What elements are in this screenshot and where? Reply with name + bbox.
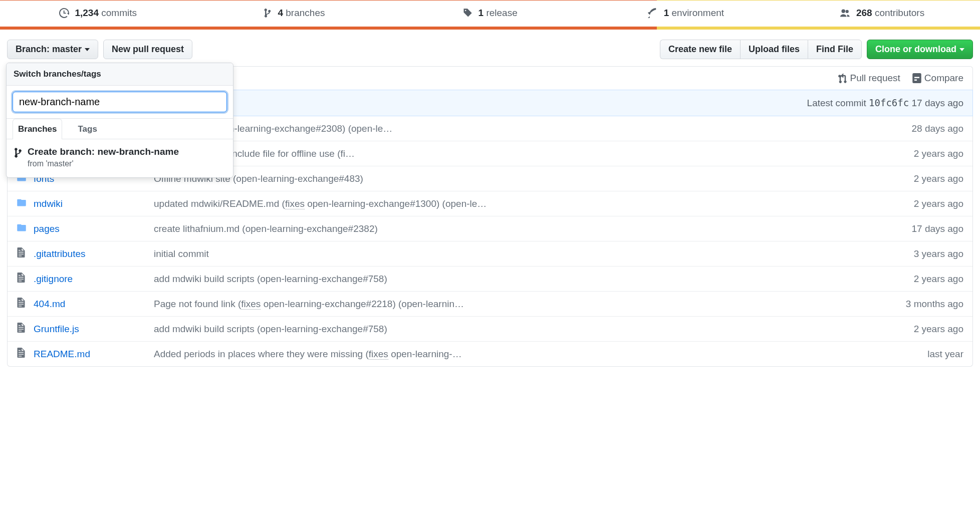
file-icon [17,298,34,310]
dropdown-header: Switch branches/tags [7,63,233,86]
folder-icon [17,197,34,210]
branch-icon [263,8,272,18]
create-branch-title: Create branch: new-branch-name [28,146,179,157]
file-row: README.mdAdded periods in places where t… [8,341,972,366]
create-branch-option[interactable]: Create branch: new-branch-name from 'mas… [7,139,233,177]
file-commit-message[interactable]: Offline mdwiki site (open-learning-excha… [154,173,904,184]
file-commit-message[interactable]: ck links (fixes open-learning-exchange#2… [154,123,901,134]
file-age: 28 days ago [911,123,963,134]
file-commit-message[interactable]: updated mdwiki/README.md (fixes open-lea… [154,198,904,209]
chevron-down-icon [959,48,964,51]
repo-summary-bar: 1,234 commits 4 branches 1 release 1 env… [0,0,980,30]
dropdown-tabs: Branches Tags [7,119,233,139]
upload-files-button[interactable]: Upload files [740,40,808,59]
rocket-icon [648,8,658,18]
file-age: 2 years ago [914,173,963,184]
file-icon [17,273,34,285]
history-icon [59,8,69,18]
file-age: last year [927,349,963,360]
branches-label: branches [286,8,325,18]
tab-branches[interactable]: Branches [13,119,62,139]
releases-count: 1 [478,8,484,18]
file-name-link[interactable]: mdwiki [34,198,154,209]
branches-link[interactable]: 4 branches [196,1,392,27]
create-branch-from: from 'master' [28,159,179,168]
releases-label: release [486,8,517,18]
file-age: 17 days ago [911,223,963,234]
branch-icon [14,147,23,158]
environments-link[interactable]: 1 environment [588,1,784,27]
clone-label: Clone or download [875,44,956,55]
file-toolbar: Branch: master New pull request Create n… [0,30,980,64]
file-name-link[interactable]: Gruntfile.js [34,324,154,335]
file-age: 2 years ago [914,198,963,209]
contributors-link[interactable]: 268 contributors [784,1,980,27]
file-row: .gitignoreadd mdwiki build scripts (open… [8,266,972,291]
file-commit-message[interactable]: add mdwiki build scripts (open-learning-… [154,274,904,285]
environments-label: environment [672,8,724,18]
file-name-link[interactable]: .gitignore [34,274,154,285]
file-row: Gruntfile.jsadd mdwiki build scripts (op… [8,316,972,341]
branches-count: 4 [278,8,283,18]
commits-count: 1,234 [75,8,99,18]
commit-meta: Latest commit 10fc6fc 17 days ago [807,97,963,109]
branch-dropdown: Switch branches/tags Branches Tags Creat… [6,63,233,178]
file-row: pagescreate lithafnium.md (open-learning… [8,216,972,241]
releases-link[interactable]: 1 release [392,1,588,27]
create-file-button[interactable]: Create new file [660,40,740,59]
diff-icon [912,73,921,83]
file-actions-group: Create new file Upload files Find File [660,40,862,59]
file-commit-message[interactable]: Page not found link (fixes open-learning… [154,299,896,310]
folder-icon [17,222,34,235]
contributors-label: contributors [875,8,924,18]
file-commit-message[interactable]: add mdwiki build scripts (open-learning-… [154,324,904,335]
environments-count: 1 [664,8,669,18]
commits-label: commits [101,8,137,18]
commit-age: 17 days ago [911,98,963,108]
new-pull-request-button[interactable]: New pull request [103,40,192,59]
file-age: 3 months ago [906,299,963,310]
commit-sha[interactable]: 10fc6fc [869,97,909,108]
commits-link[interactable]: 1,234 commits [0,1,196,27]
branch-select-button[interactable]: Branch: master [7,40,98,59]
tab-tags[interactable]: Tags [72,119,102,139]
file-icon [17,247,34,260]
file-row: mdwikiupdated mdwiki/README.md (fixes op… [8,191,972,216]
chevron-down-icon [85,48,90,51]
file-icon [17,348,34,360]
file-row: .gitattributesinitial commit3 years ago [8,241,972,266]
people-icon [840,8,851,18]
current-branch: master [52,44,82,55]
file-name-link[interactable]: 404.md [34,299,154,310]
file-commit-message[interactable]: initial commit [154,248,904,259]
file-age: 2 years ago [914,274,963,285]
file-commit-message[interactable]: Added periods in places where they were … [154,349,917,360]
find-file-button[interactable]: Find File [808,40,862,59]
compare-link[interactable]: Compare [912,73,963,84]
file-age: 2 years ago [914,148,963,159]
file-name-link[interactable]: .gitattributes [34,248,154,259]
pull-request-link[interactable]: Pull request [838,73,900,84]
branch-filter-input[interactable] [13,92,227,112]
file-commit-message[interactable]: create lithafnium.md (open-learning-exch… [154,223,901,234]
file-age: 3 years ago [914,248,963,259]
branch-prefix: Branch: [16,44,50,55]
file-age: 2 years ago [914,324,963,335]
file-row: 404.mdPage not found link (fixes open-le… [8,291,972,316]
file-name-link[interactable]: pages [34,223,154,234]
file-commit-message[interactable]: s inline script and include file for off… [154,148,904,159]
clone-download-button[interactable]: Clone or download [867,40,973,59]
tag-icon [462,8,472,18]
pull-request-icon [838,73,847,83]
file-name-link[interactable]: README.md [34,349,154,360]
contributors-count: 268 [856,8,872,18]
file-icon [17,323,34,335]
